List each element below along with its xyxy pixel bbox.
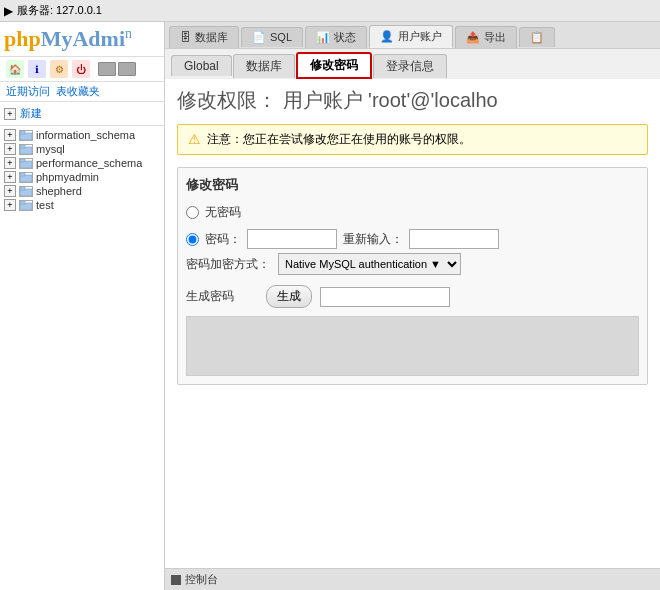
db-toggle-icon[interactable] <box>98 62 116 76</box>
tab-login-info[interactable]: 登录信息 <box>373 54 447 78</box>
sidebar-links: 近期访问 表收藏夹 <box>0 82 164 102</box>
tab-database[interactable]: 🗄 数据库 <box>169 26 239 48</box>
tab-sub-database[interactable]: 数据库 <box>233 54 295 78</box>
sidebar-header: phpMyAdmin <box>0 22 164 57</box>
tab-export[interactable]: 📤 导出 <box>455 26 517 48</box>
db-folder-icon <box>19 200 33 211</box>
more-tab-icon: 📋 <box>530 31 544 44</box>
new-db-label[interactable]: 新建 <box>20 106 42 121</box>
svg-rect-7 <box>20 173 25 176</box>
tab-sql[interactable]: 📄 SQL <box>241 27 303 47</box>
list-item[interactable]: + performance_schema <box>2 156 162 170</box>
pwd-label: 密码： <box>205 231 241 248</box>
tab-change-pwd[interactable]: 修改密码 <box>296 52 372 79</box>
users-tab-icon: 👤 <box>380 30 394 43</box>
grey-area <box>186 316 639 376</box>
tab-status[interactable]: 📊 状态 <box>305 26 367 48</box>
warning-icon: ⚠ <box>188 131 201 147</box>
list-item[interactable]: + phpmyadmin <box>2 170 162 184</box>
svg-rect-9 <box>20 187 25 190</box>
pwd-radio[interactable] <box>186 233 199 246</box>
db-name[interactable]: test <box>36 199 54 211</box>
db-name[interactable]: information_schema <box>36 129 135 141</box>
expand-icon[interactable]: + <box>4 171 16 183</box>
warning-box: ⚠ 注意：您正在尝试修改您正在使用的账号的权限。 <box>177 124 648 155</box>
export-tab-icon: 📤 <box>466 31 480 44</box>
db-name[interactable]: performance_schema <box>36 157 142 169</box>
content-area: 🗄 数据库 📄 SQL 📊 状态 👤 用户账户 📤 导出 📋 <box>165 22 660 590</box>
recent-visits-link[interactable]: 近期访问 <box>6 84 50 99</box>
list-item[interactable]: + shepherd <box>2 184 162 198</box>
bottom-bar: 控制台 <box>165 568 660 590</box>
page-title: 修改权限： 用户账户 'root'@'localho <box>177 87 648 114</box>
list-item[interactable]: + test <box>2 198 162 212</box>
db-folder-icon <box>19 172 33 183</box>
page-content: 修改权限： 用户账户 'root'@'localho ⚠ 注意：您正在尝试修改您… <box>165 79 660 568</box>
home-icon[interactable]: 🏠 <box>6 60 24 78</box>
svg-rect-1 <box>20 131 25 134</box>
sub-tabs: Global 数据库 修改密码 登录信息 <box>165 49 660 79</box>
db-name[interactable]: shepherd <box>36 185 82 197</box>
sidebar: phpMyAdmin 🏠 ℹ ⚙ ⏻ 近期访问 表收藏夹 + 新建 + <box>0 22 165 590</box>
svg-rect-5 <box>20 159 25 162</box>
top-bar: ▶ 服务器: 127.0.0.1 <box>0 0 660 22</box>
algo-row: 密码加密方式： Native MySQL authentication ▼ SH… <box>186 253 639 275</box>
tab-global[interactable]: Global <box>171 55 232 76</box>
tab-more[interactable]: 📋 <box>519 27 555 47</box>
change-pwd-title: 修改密码 <box>186 176 639 194</box>
no-pwd-row: 无密码 <box>186 204 639 221</box>
db-folder-icon <box>19 144 33 155</box>
algo-label: 密码加密方式： <box>186 256 270 273</box>
top-tabs: 🗄 数据库 📄 SQL 📊 状态 👤 用户账户 📤 导出 📋 <box>165 22 660 49</box>
expand-icon[interactable]: + <box>4 185 16 197</box>
warning-text: 注意：您正在尝试修改您正在使用的账号的权限。 <box>207 131 471 148</box>
re-enter-label: 重新输入： <box>343 231 403 248</box>
console-label[interactable]: 控制台 <box>185 572 218 587</box>
sidebar-icons: 🏠 ℹ ⚙ ⏻ <box>0 57 164 82</box>
expand-icon[interactable]: + <box>4 143 16 155</box>
expand-icon[interactable]: + <box>4 157 16 169</box>
db-list: + information_schema + mysql + performan… <box>0 126 164 590</box>
db-folder-icon <box>19 158 33 169</box>
db-folder-icon <box>19 130 33 141</box>
list-item[interactable]: + information_schema <box>2 128 162 142</box>
server-label: 服务器: 127.0.0.1 <box>17 3 102 18</box>
bookmarks-link[interactable]: 表收藏夹 <box>56 84 100 99</box>
server-icon: ▶ <box>4 4 13 18</box>
expand-icon[interactable]: + <box>4 199 16 211</box>
sql-tab-icon: 📄 <box>252 31 266 44</box>
database-tab-icon: 🗄 <box>180 31 191 43</box>
gen-label: 生成密码 <box>186 288 258 305</box>
exit-icon[interactable]: ⏻ <box>72 60 90 78</box>
console-icon <box>171 575 181 585</box>
gen-row: 生成密码 生成 <box>186 285 639 308</box>
new-db-expand[interactable]: + <box>4 108 16 120</box>
change-pwd-box: 修改密码 无密码 密码： 重新输入： 密码加密方式： Native MySQL … <box>177 167 648 385</box>
info-icon[interactable]: ℹ <box>28 60 46 78</box>
logo: phpMyAdmin <box>4 26 132 52</box>
pwd-row-radio: 密码： 重新输入： <box>186 229 639 249</box>
db-toggle2-icon[interactable] <box>118 62 136 76</box>
db-name[interactable]: mysql <box>36 143 65 155</box>
tab-users[interactable]: 👤 用户账户 <box>369 25 453 48</box>
status-tab-icon: 📊 <box>316 31 330 44</box>
expand-icon[interactable]: + <box>4 129 16 141</box>
cog-icon[interactable]: ⚙ <box>50 60 68 78</box>
list-item[interactable]: + mysql <box>2 142 162 156</box>
no-pwd-label: 无密码 <box>205 204 241 221</box>
re-pwd-input[interactable] <box>409 229 499 249</box>
db-folder-icon <box>19 186 33 197</box>
pwd-input[interactable] <box>247 229 337 249</box>
db-name[interactable]: phpmyadmin <box>36 171 99 183</box>
gen-button[interactable]: 生成 <box>266 285 312 308</box>
new-db-section: + 新建 <box>0 102 164 126</box>
gen-pwd-input[interactable] <box>320 287 450 307</box>
svg-rect-3 <box>20 145 25 148</box>
algo-select[interactable]: Native MySQL authentication ▼ SHA256 aut… <box>278 253 461 275</box>
svg-rect-11 <box>20 201 25 204</box>
no-pwd-radio[interactable] <box>186 206 199 219</box>
